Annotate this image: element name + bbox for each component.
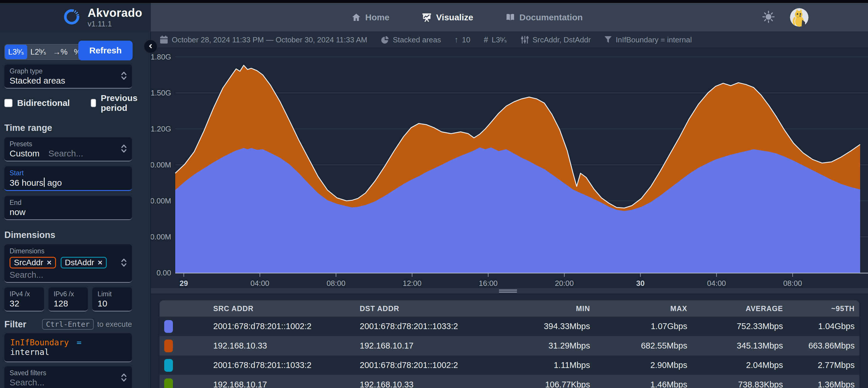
unit-option-l2bps[interactable]: L2ᵇ⁄ₛ bbox=[27, 45, 50, 59]
col-header-95th: ~95TH bbox=[788, 300, 859, 317]
main-content: October 28, 2024 11:33 PM — October 30, … bbox=[151, 32, 868, 388]
theme-toggle-sun-icon[interactable] bbox=[762, 10, 775, 24]
datazoom-slider[interactable] bbox=[151, 288, 868, 293]
svg-text:1.20G: 1.20G bbox=[151, 124, 171, 133]
start-time-field[interactable]: Start 36 hours ago bbox=[4, 166, 132, 191]
presets-label: Presets bbox=[9, 140, 127, 148]
filter-expression-editor[interactable]: InIfBoundary = internal bbox=[4, 333, 132, 362]
calendar-icon bbox=[160, 35, 168, 44]
svg-text:04:00: 04:00 bbox=[707, 279, 726, 288]
svg-text:1.80G: 1.80G bbox=[151, 53, 171, 61]
dimensions-heading: Dimensions bbox=[4, 230, 132, 240]
nav-item-label: Home bbox=[365, 12, 389, 22]
book-icon bbox=[506, 13, 515, 22]
limit-chip: ↑ 10 bbox=[454, 35, 470, 44]
dimensions-select[interactable]: Dimensions SrcAddr × DstAddr × Search... bbox=[4, 244, 132, 282]
prefix-limit-row: IPv4 /x 32 IPv6 /x 128 Limit 10 bbox=[4, 287, 132, 311]
saved-filters-placeholder: Search... bbox=[9, 378, 127, 387]
refresh-button[interactable]: Refresh bbox=[78, 41, 132, 60]
nav-item-home[interactable]: Home bbox=[351, 12, 389, 22]
svg-text:08:00: 08:00 bbox=[783, 279, 802, 288]
filter-chip: InIfBoundary = internal bbox=[604, 35, 692, 44]
user-avatar[interactable] bbox=[790, 8, 809, 27]
presets-value: Custom bbox=[9, 149, 39, 158]
graph-options-row: Bidirectional Previous period bbox=[4, 93, 132, 113]
svg-text:04:00: 04:00 bbox=[250, 279, 269, 288]
chevron-left-icon bbox=[147, 43, 154, 50]
series-color-swatch bbox=[164, 339, 173, 352]
main-nav: Home Visualize bbox=[351, 12, 583, 22]
col-header-min: MIN bbox=[476, 300, 595, 317]
presets-select[interactable]: Presets Custom Search... bbox=[4, 137, 132, 161]
kbd-suffix: to execute bbox=[97, 320, 132, 329]
nav-item-documentation[interactable]: Documentation bbox=[506, 12, 583, 22]
previous-period-label: Previous period bbox=[101, 93, 140, 113]
nav-item-visualize[interactable]: Visualize bbox=[422, 12, 473, 22]
table-row: 2001:678:d78:201::1002:2 2001:678:d78:20… bbox=[160, 317, 859, 336]
end-time-label: End bbox=[9, 199, 127, 207]
series-color-swatch bbox=[164, 359, 173, 372]
brand-area: Akvorado v1.11.1 bbox=[0, 3, 151, 32]
series-color-swatch bbox=[164, 320, 173, 333]
ipv6-prefix-field[interactable]: IPv6 /x 128 bbox=[49, 287, 88, 311]
dimensions-chip: SrcAddr, DstAddr bbox=[521, 35, 591, 44]
limit-field[interactable]: Limit 10 bbox=[92, 287, 132, 311]
chevron-updown-icon bbox=[120, 258, 127, 268]
nav-item-label: Visualize bbox=[436, 12, 473, 22]
hash-icon: # bbox=[484, 35, 488, 44]
dimension-tag-dstaddr[interactable]: DstAddr × bbox=[61, 257, 107, 268]
home-icon bbox=[351, 13, 361, 22]
svg-text:1.50G: 1.50G bbox=[151, 89, 171, 97]
svg-text:600.00M: 600.00M bbox=[151, 197, 171, 205]
previous-period-option: Previous period bbox=[91, 93, 141, 113]
dimension-tags: SrcAddr × DstAddr × bbox=[9, 257, 127, 268]
app-header: Akvorado v1.11.1 Home bbox=[0, 3, 868, 32]
start-time-value: 36 hours ago bbox=[9, 178, 127, 188]
col-header-src-addr: SRC ADDR bbox=[213, 300, 360, 317]
svg-text:29: 29 bbox=[180, 279, 188, 288]
saved-filters-select[interactable]: Saved filters Search... bbox=[4, 366, 132, 388]
window-top-strip bbox=[0, 0, 868, 3]
series-color-swatch bbox=[164, 379, 173, 388]
end-time-value: now bbox=[9, 207, 127, 217]
table-row: 2001:678:d78:201::1033:2 2001:678:d78:20… bbox=[160, 356, 859, 375]
graph-type-select[interactable]: Graph type Stacked areas bbox=[4, 64, 132, 89]
app-version: v1.11.1 bbox=[88, 20, 143, 28]
svg-text:08:00: 08:00 bbox=[327, 279, 345, 288]
graph-type-chip: Stacked areas bbox=[381, 35, 441, 44]
table-header-swatch-spacer bbox=[160, 300, 213, 317]
previous-period-checkbox[interactable] bbox=[91, 99, 96, 107]
col-header-average: AVERAGE bbox=[692, 300, 788, 317]
sidebar-body: Graph type Stacked areas Bidirectional P… bbox=[4, 64, 132, 388]
sidebar-collapse-button[interactable] bbox=[144, 40, 157, 53]
akvorado-app: Akvorado v1.11.1 Home bbox=[0, 0, 868, 388]
akvorado-logo-icon bbox=[63, 8, 80, 26]
chevron-updown-icon bbox=[120, 373, 127, 383]
visualize-chart-icon bbox=[422, 12, 432, 22]
remove-tag-icon[interactable]: × bbox=[98, 258, 102, 267]
dimensions-search-placeholder: Search... bbox=[9, 270, 127, 280]
chevron-updown-icon bbox=[120, 144, 127, 154]
query-summary-toolbar: October 28, 2024 11:33 PM — October 30, … bbox=[151, 32, 868, 48]
end-time-field[interactable]: End now bbox=[4, 196, 132, 220]
svg-text:12:00: 12:00 bbox=[403, 279, 422, 288]
dimensions-sliders-icon bbox=[521, 35, 529, 44]
ipv4-prefix-field[interactable]: IPv4 /x 32 bbox=[4, 287, 44, 311]
unit-option-in-percent[interactable]: →% bbox=[50, 45, 71, 59]
table-row: 192.168.10.17 192.168.10.33 106.77Kbps 1… bbox=[160, 375, 859, 388]
bidirectional-option: Bidirectional bbox=[4, 98, 70, 108]
svg-text:300.00M: 300.00M bbox=[151, 233, 171, 241]
traffic-chart[interactable]: 0.00300.00M600.00M900.00M1.20G1.50G1.80G… bbox=[151, 48, 868, 300]
units-chip: # L3ᵇ⁄ₛ bbox=[484, 35, 507, 44]
bidirectional-checkbox[interactable] bbox=[4, 99, 12, 107]
header-tools bbox=[762, 8, 868, 27]
traffic-chart-svg: 0.00300.00M600.00M900.00M1.20G1.50G1.80G… bbox=[151, 48, 868, 300]
table-row: 192.168.10.33 192.168.10.17 31.29Mbps 68… bbox=[160, 336, 859, 356]
remove-tag-icon[interactable]: × bbox=[47, 258, 51, 267]
dimension-tag-srcaddr[interactable]: SrcAddr × bbox=[9, 257, 56, 268]
filter-heading: Filter bbox=[4, 319, 26, 330]
svg-text:30: 30 bbox=[636, 279, 645, 288]
unit-option-l3bps[interactable]: L3ᵇ⁄ₛ bbox=[5, 45, 27, 59]
funnel-icon bbox=[604, 36, 612, 44]
dimensions-field-label: Dimensions bbox=[9, 247, 127, 255]
